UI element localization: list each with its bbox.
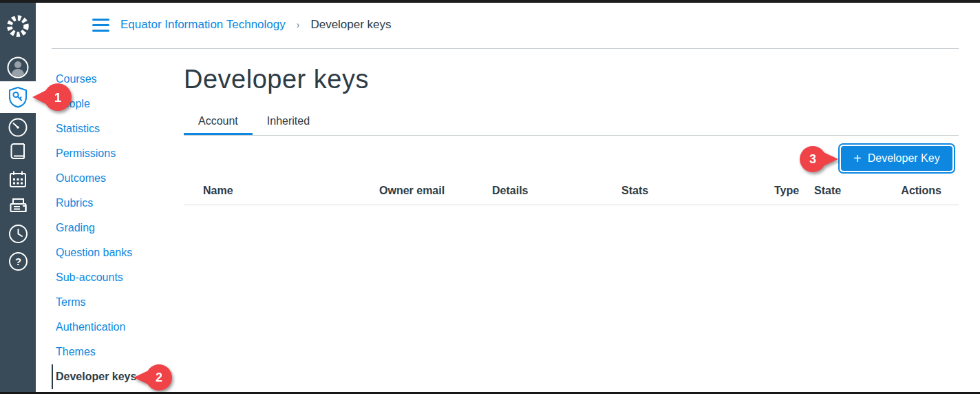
tab-inherited[interactable]: Inherited	[253, 109, 324, 136]
column-header-state: State	[814, 185, 841, 197]
breadcrumb-separator: ›	[297, 19, 300, 30]
add-developer-key-label: Developer Key	[868, 152, 940, 165]
account-icon[interactable]	[0, 56, 36, 79]
column-header-type: Type	[774, 185, 799, 197]
column-header-owner-email: Owner email	[379, 185, 445, 197]
canvas-logo-glyph	[6, 14, 30, 39]
sidebar-item-themes[interactable]: Themes	[52, 340, 182, 364]
sidebar-item-sub-accounts[interactable]: Sub-accounts	[52, 265, 182, 290]
sidebar-item-authentication[interactable]: Authentication	[52, 315, 182, 340]
svg-text:3: 3	[809, 152, 816, 166]
sidebar-item-statistics[interactable]: Statistics	[52, 116, 182, 141]
gauge-glyph	[7, 116, 29, 138]
sidebar-item-people[interactable]: People	[52, 92, 182, 116]
breadcrumb: Equator Information Technology › Develop…	[92, 18, 392, 32]
tab-account[interactable]: Account	[184, 109, 253, 136]
column-header-details: Details	[492, 185, 528, 197]
sidebar-item-courses[interactable]: Courses	[52, 67, 182, 92]
sidebar-item-rubrics[interactable]: Rubrics	[52, 191, 182, 216]
page-title: Developer keys	[184, 65, 369, 94]
column-header-name: Name	[203, 185, 233, 197]
sidebar-item-outcomes[interactable]: Outcomes	[52, 166, 182, 191]
history-icon[interactable]	[0, 223, 36, 245]
inbox-icon[interactable]	[0, 196, 36, 217]
admin-icon[interactable]	[0, 85, 36, 110]
sidebar-item-developer-keys[interactable]: Developer keys	[52, 364, 182, 389]
help-icon[interactable]: ?	[0, 251, 36, 272]
printer-glyph	[8, 196, 29, 217]
courses-icon[interactable]	[0, 141, 36, 162]
global-nav: ?	[0, 0, 36, 394]
dashboard-icon[interactable]	[0, 116, 36, 138]
hamburger-menu-icon[interactable]	[92, 19, 109, 32]
developer-key-button-focus-ring: + Developer Key	[838, 143, 955, 174]
canvas-logo-icon[interactable]	[0, 14, 36, 39]
question-glyph: ?	[8, 251, 29, 272]
svg-text:?: ?	[14, 256, 21, 267]
tab-bar: Account Inherited	[184, 109, 324, 136]
plus-icon: +	[853, 152, 862, 165]
breadcrumb-current: Developer keys	[310, 18, 391, 32]
sidebar-item-terms[interactable]: Terms	[52, 290, 182, 315]
sidebar-item-permissions[interactable]: Permissions	[52, 141, 182, 166]
callout-3-developer-key-button: 3	[798, 144, 839, 174]
calendar-glyph	[7, 168, 29, 190]
table-header-divider	[184, 205, 959, 205]
book-glyph	[8, 141, 28, 162]
topbar-divider	[52, 48, 959, 49]
sidebar-item-question-banks[interactable]: Question banks	[52, 240, 182, 265]
column-header-stats: Stats	[621, 185, 648, 197]
topbar: Equator Information Technology › Develop…	[36, 3, 980, 48]
column-header-actions: Actions	[901, 185, 941, 197]
tab-bar-divider	[184, 135, 959, 136]
shield-key-glyph	[6, 85, 30, 110]
account-nav: Courses People Statistics Permissions Ou…	[52, 67, 182, 389]
developer-keys-table-header: Name Owner email Details Stats Type Stat…	[184, 185, 959, 205]
window-top-edge	[0, 0, 980, 3]
breadcrumb-account-link[interactable]: Equator Information Technology	[120, 18, 286, 32]
calendar-icon[interactable]	[0, 168, 36, 190]
account-glyph	[6, 56, 30, 79]
add-developer-key-button[interactable]: + Developer Key	[841, 146, 952, 171]
clock-glyph	[8, 223, 29, 245]
sidebar-item-grading[interactable]: Grading	[52, 216, 182, 240]
